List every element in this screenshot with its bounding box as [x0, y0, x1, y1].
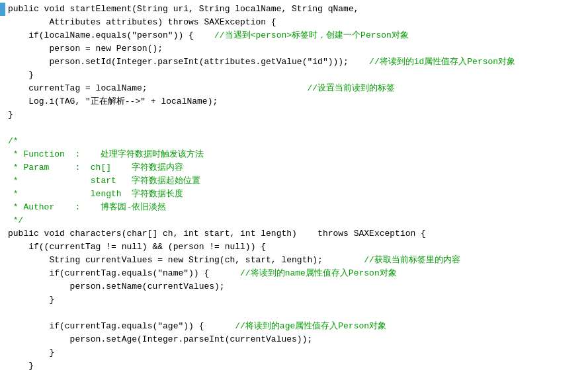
- line-gutter: [0, 135, 5, 148]
- code-token: String currentValues = new String(ch, st…: [8, 255, 364, 265]
- code-line: [0, 307, 588, 320]
- code-token: person = new Person();: [8, 44, 163, 54]
- line-gutter: [0, 346, 5, 359]
- code-line: person = new Person();: [0, 42, 588, 56]
- code-line: }: [0, 293, 588, 307]
- line-content: if((currentTag != null) && (person != nu…: [5, 241, 588, 254]
- code-line: if(currentTag.equals("age")) { //将读到的age…: [0, 320, 588, 333]
- line-gutter: [0, 161, 5, 174]
- line-gutter: [0, 307, 5, 320]
- code-line: }: [0, 346, 588, 359]
- line-content: /*: [5, 135, 588, 148]
- line-gutter: [0, 333, 5, 346]
- code-line: if(localName.equals("person")) { //当遇到<p…: [0, 29, 588, 42]
- line-content: }: [5, 346, 588, 359]
- line-content: }: [5, 108, 588, 122]
- code-line: }: [0, 359, 588, 373]
- code-token: }: [8, 361, 34, 371]
- code-token: //将读到的name属性值存入Person对象: [240, 268, 397, 278]
- code-line: currentTag = localName; //设置当前读到的标签: [0, 82, 588, 95]
- code-line: if(currentTag.equals("name")) { //将读到的na…: [0, 267, 588, 280]
- code-token: //将读到的age属性值存入Person对象: [235, 321, 386, 331]
- code-token: //设置当前读到的标签: [307, 83, 395, 93]
- line-content: if(currentTag.equals("name")) { //将读到的na…: [5, 267, 588, 280]
- line-content: person.setId(Integer.parseInt(attributes…: [5, 56, 588, 69]
- code-token: if(currentTag.equals("name")) {: [8, 268, 240, 278]
- line-content: * length 字符数据长度: [5, 188, 588, 201]
- code-line: public void startElement(String uri, Str…: [0, 3, 588, 16]
- code-token: public void startElement(String uri, Str…: [8, 4, 359, 14]
- line-content: if(localName.equals("person")) { //当遇到<p…: [5, 29, 588, 42]
- code-token: //获取当前标签里的内容: [364, 255, 460, 265]
- line-content: }: [5, 69, 588, 82]
- code-line: * Author : 博客园-依旧淡然: [0, 201, 588, 214]
- line-gutter: [0, 227, 5, 241]
- code-token: if(currentTag.equals("age")) {: [8, 321, 235, 331]
- line-content: Attributes attributes) throws SAXExcepti…: [5, 16, 588, 29]
- line-content: }: [5, 359, 588, 373]
- code-line: }: [0, 108, 588, 122]
- code-line: }: [0, 69, 588, 82]
- code-line: String currentValues = new String(ch, st…: [0, 254, 588, 267]
- code-token: person.setName(currentValues);: [8, 281, 225, 291]
- line-content: person = new Person();: [5, 42, 588, 56]
- line-gutter: [0, 29, 5, 42]
- code-token: Attributes attributes) throws SAXExcepti…: [8, 17, 276, 27]
- code-token: * start 字符数据起始位置: [8, 176, 200, 186]
- code-line: * Param : ch[] 字符数据内容: [0, 161, 588, 174]
- line-content: * Author : 博客园-依旧淡然: [5, 201, 588, 214]
- line-gutter: [0, 42, 5, 56]
- line-gutter: [0, 108, 5, 122]
- code-line: Attributes attributes) throws SAXExcepti…: [0, 16, 588, 29]
- code-token: }: [8, 70, 34, 80]
- code-token: * length 字符数据长度: [8, 189, 183, 199]
- line-gutter: [0, 82, 5, 95]
- line-gutter: [0, 16, 5, 29]
- code-token: person.setAge(Integer.parseInt(currentVa…: [8, 334, 312, 344]
- code-token: currentTag = localName;: [8, 83, 307, 93]
- line-gutter: [0, 188, 5, 201]
- code-line: */: [0, 214, 588, 227]
- line-content: if(currentTag.equals("age")) { //将读到的age…: [5, 320, 588, 333]
- line-gutter: [0, 214, 5, 227]
- code-token: /*: [8, 136, 19, 146]
- code-token: //将读到的id属性值存入Person对象: [369, 57, 515, 67]
- code-token: * Author : 博客园-依旧淡然: [8, 202, 166, 212]
- line-content: */: [5, 214, 588, 227]
- line-gutter: [0, 95, 5, 108]
- line-content: }: [5, 293, 588, 307]
- line-content: person.setName(currentValues);: [5, 280, 588, 293]
- line-content: Log.i(TAG, "正在解析-->" + localName);: [5, 95, 588, 108]
- code-line: Log.i(TAG, "正在解析-->" + localName);: [0, 95, 588, 108]
- code-line: * start 字符数据起始位置: [0, 174, 588, 188]
- code-editor: public void startElement(String uri, Str…: [0, 0, 588, 374]
- line-gutter: [0, 267, 5, 280]
- code-line: public void characters(char[] ch, int st…: [0, 227, 588, 241]
- line-content: * Function : 处理字符数据时触发该方法: [5, 148, 588, 161]
- code-line: [0, 122, 588, 135]
- code-token: }: [8, 348, 54, 357]
- code-token: * Param : ch[] 字符数据内容: [8, 163, 183, 172]
- code-token: */: [8, 215, 23, 225]
- line-gutter: [0, 69, 5, 82]
- code-line: person.setName(currentValues);: [0, 280, 588, 293]
- code-token: }: [8, 295, 54, 305]
- code-token: //当遇到<person>标签时，创建一个Person对象: [214, 30, 409, 40]
- line-content: public void startElement(String uri, Str…: [5, 3, 588, 16]
- code-line: * length 字符数据长度: [0, 188, 588, 201]
- code-token: if((currentTag != null) && (person != nu…: [8, 242, 266, 252]
- code-token: Log.i(TAG, "正在解析-->" + localName);: [8, 96, 218, 106]
- code-token: public void characters(char[] ch, int st…: [8, 229, 426, 239]
- code-token: person.setId(Integer.parseInt(attributes…: [8, 57, 369, 67]
- line-gutter: [0, 174, 5, 188]
- code-line: /*: [0, 135, 588, 148]
- line-gutter: [0, 359, 5, 373]
- line-content: String currentValues = new String(ch, st…: [5, 254, 588, 267]
- code-line: * Function : 处理字符数据时触发该方法: [0, 148, 588, 161]
- line-gutter: [0, 280, 5, 293]
- code-line: person.setId(Integer.parseInt(attributes…: [0, 56, 588, 69]
- line-content: currentTag = localName; //设置当前读到的标签: [5, 82, 588, 95]
- line-content: public void characters(char[] ch, int st…: [5, 227, 588, 241]
- code-line: person.setAge(Integer.parseInt(currentVa…: [0, 333, 588, 346]
- code-token: if(localName.equals("person")) {: [8, 30, 214, 40]
